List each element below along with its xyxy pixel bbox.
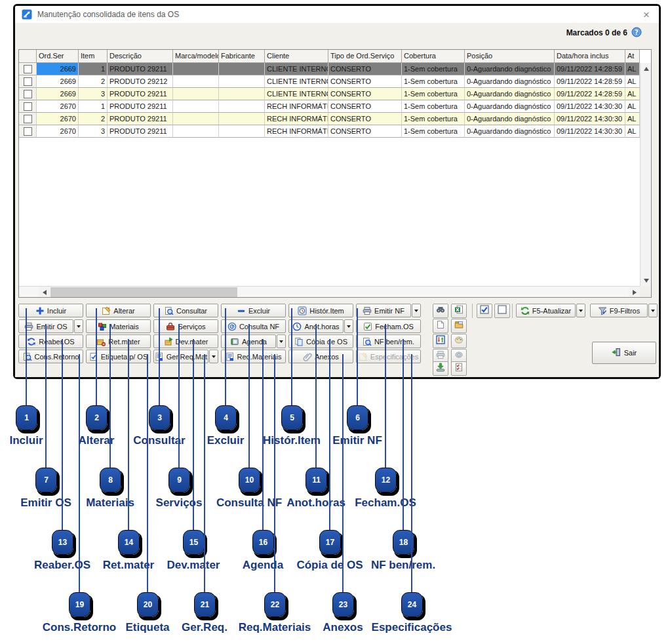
button-cons-retorno[interactable]: Cons.Retorno (18, 350, 83, 363)
button-alterar[interactable]: Alterar (86, 304, 151, 317)
button-materiais[interactable]: Materiais (86, 319, 151, 333)
button-anot-horas[interactable]: Anot.horas (288, 319, 344, 333)
excel-export-icon (454, 305, 463, 317)
import-button[interactable] (433, 361, 448, 376)
scroll-up-icon[interactable] (640, 63, 652, 74)
titlebar: Manutenção consolidada de itens da OS × (15, 6, 659, 23)
cell-cliente: CLIENTE INTERNO (265, 75, 328, 88)
column-header-Fabricante[interactable]: Fabricante (219, 50, 265, 63)
check-all-button[interactable] (477, 304, 492, 318)
button-anot-horas-dropdown[interactable] (344, 319, 353, 333)
search-doc-icon (363, 337, 372, 346)
checkbox-checked-icon (480, 305, 489, 317)
excel-export-button[interactable] (451, 304, 467, 318)
annotation-label-7: Emitir OS (0, 496, 118, 510)
button-emitir-os[interactable]: Emitir OS (18, 319, 73, 333)
folder-open-button[interactable] (451, 319, 467, 333)
button-etiqueta-p-os[interactable]: Etiqueta p/ OS (86, 350, 151, 363)
button-consultar[interactable]: Consultar (153, 304, 218, 317)
new-page-button[interactable] (433, 319, 448, 333)
column-header-Item[interactable]: Item (79, 50, 108, 63)
annotation-badge-4: 4 (215, 405, 237, 430)
column-header-check[interactable] (19, 50, 37, 63)
column-header-Descrição[interactable]: Descrição (108, 50, 173, 63)
checkbox-icon[interactable] (24, 115, 32, 123)
cell-at: AL (625, 113, 640, 125)
button-reaber-os[interactable]: Reaber.OS (18, 334, 83, 348)
new-page-icon (436, 320, 445, 332)
button-especificacoes: Especificações (356, 350, 421, 363)
row-checkbox[interactable] (19, 75, 37, 88)
cell-posicao: 0-Aguardando diagnóstico (465, 100, 555, 113)
table-row[interactable]: 26692PRODUTO 29212CLIENTE INTERNOCONSERT… (19, 75, 651, 88)
f9-filtros-button[interactable]: F9-Filtros (590, 304, 648, 317)
button-emitir-nf[interactable]: Emitir NF (356, 304, 411, 317)
checkbox-icon[interactable] (24, 90, 32, 98)
f9-dropdown-button[interactable] (648, 304, 658, 317)
row-checkbox[interactable] (19, 125, 37, 138)
cell-marca (173, 100, 219, 113)
button-excluir[interactable]: Excluir (221, 304, 286, 317)
table-row[interactable]: 26701PRODUTO 29211RECH INFORMÁTICACONSER… (19, 100, 651, 113)
scroll-right-icon[interactable] (629, 287, 640, 298)
button-req-materiais[interactable]: Req.Materiais (221, 350, 286, 363)
cell-tipo: CONSERTO (328, 88, 402, 100)
button-consulta-nf[interactable]: Consulta NF (221, 319, 286, 333)
button-servicos[interactable]: Serviços (153, 319, 218, 333)
horizontal-scrollbar[interactable] (19, 286, 640, 297)
button-histor-item[interactable]: Histór.Item (288, 304, 353, 317)
column-header-Marca/modelo[interactable]: Marca/modelo (173, 50, 219, 63)
button-dev-mater[interactable]: Dev.mater (153, 334, 218, 348)
sair-button[interactable]: Sair (592, 342, 656, 364)
checkbox-icon[interactable] (24, 127, 32, 136)
uncheck-all-button[interactable] (494, 304, 510, 318)
close-icon[interactable]: × (643, 9, 650, 22)
cell-cliente: RECH INFORMÁTICA (265, 125, 328, 138)
f5-atualizar-button[interactable]: F5-Atualizar (516, 304, 576, 317)
column-header-Data/hora inclus[interactable]: Data/hora inclus (555, 50, 625, 63)
table-row[interactable]: 26693PRODUTO 29211CLIENTE INTERNOCONSERT… (19, 88, 651, 100)
vertical-scrollbar[interactable] (640, 63, 651, 286)
row-checkbox[interactable] (19, 100, 37, 113)
column-header-Cliente[interactable]: Cliente (265, 50, 328, 63)
row-checkbox[interactable] (19, 113, 37, 125)
button-ger-req-mat[interactable]: Ger.Req.Mat (153, 350, 208, 363)
row-checkbox[interactable] (19, 63, 37, 75)
checkbox-icon[interactable] (24, 65, 32, 73)
table-row[interactable]: 26691PRODUTO 29211CLIENTE INTERNOCONSERT… (19, 63, 651, 75)
table-row[interactable]: 26702PRODUTO 29211RECH INFORMÁTICACONSER… (19, 113, 651, 125)
column-header-Posição[interactable]: Posição (465, 50, 555, 63)
button-agenda[interactable]: Agenda (221, 334, 276, 348)
button-emitir-nf-dropdown[interactable] (412, 304, 421, 317)
button-emitir-os-dropdown[interactable] (74, 319, 83, 333)
button-incluir[interactable]: Incluir (18, 304, 83, 317)
button-nf-ben-rem[interactable]: NF ben/rem. (356, 334, 421, 348)
button-fecham-os[interactable]: Fecham.OS (356, 319, 421, 333)
hscroll-thumb[interactable] (50, 287, 237, 297)
checklist-button[interactable] (451, 361, 467, 376)
column-header-Tipo de Ord.Serviço[interactable]: Tipo de Ord.Serviço (328, 50, 402, 63)
req-doc-icon (226, 352, 235, 361)
scroll-down-icon[interactable] (640, 275, 652, 286)
annotation-badge-7: 7 (35, 468, 57, 493)
button-ger-req-mat-dropdown[interactable] (209, 350, 218, 363)
column-header-Ord.Ser[interactable]: Ord.Ser (37, 50, 79, 63)
annotation-badge-18: 18 (393, 530, 414, 555)
column-header-Cobertura[interactable]: Cobertura (402, 50, 465, 63)
scroll-left-icon[interactable] (39, 287, 50, 298)
binoculars-button[interactable] (433, 304, 448, 318)
button-copia-de-os[interactable]: Cópia de OS (288, 334, 353, 348)
f5-dropdown-button[interactable] (576, 304, 585, 317)
button-ret-mater[interactable]: Ret.mater (86, 334, 151, 348)
button-agenda-dropdown[interactable] (277, 334, 286, 348)
column-header-At[interactable]: At (625, 50, 640, 63)
column-order-button[interactable] (433, 334, 448, 348)
checkbox-icon[interactable] (24, 77, 32, 86)
checkbox-icon[interactable] (24, 102, 32, 111)
button-anexos[interactable]: Anexos (288, 350, 353, 363)
row-checkbox[interactable] (19, 88, 37, 100)
help-icon[interactable]: ? (631, 27, 642, 37)
search-doc-icon (165, 306, 174, 315)
table-row[interactable]: 26703PRODUTO 29211RECH INFORMÁTICACONSER… (19, 125, 651, 138)
grid-header: Ord.SerItemDescriçãoMarca/modeloFabrican… (19, 50, 651, 63)
